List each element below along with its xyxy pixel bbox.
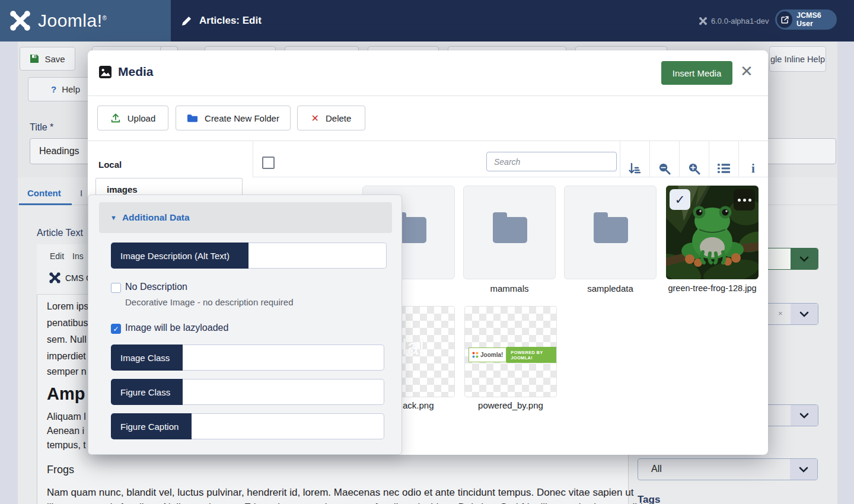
image-class-label: Image Class: [111, 344, 183, 371]
close-icon[interactable]: ✕: [740, 63, 753, 79]
sort-amount-icon: [628, 162, 641, 174]
title-value: Headings: [39, 146, 79, 157]
info-toggle-button[interactable]: i: [745, 161, 761, 176]
folder-name: mammals: [463, 283, 556, 294]
tree-item-images[interactable]: images: [96, 178, 242, 194]
caret-down-icon: ▼: [110, 214, 117, 221]
brand-wordmark: Joomla!®: [38, 11, 107, 31]
item-actions-button[interactable]: [734, 189, 755, 210]
increase-thumbnail-button[interactable]: [686, 161, 702, 176]
editor-menu-edit[interactable]: Edit: [50, 251, 64, 261]
version-text: 6.0.0-alpha1-dev: [711, 17, 769, 25]
powered-by-badge: Joomla! POWERED BY JOOMLA!: [469, 347, 556, 363]
editor-text-line: Aliquam l: [47, 412, 86, 422]
cms-content-button[interactable]: CMS C: [49, 272, 92, 284]
no-description-label[interactable]: No Description: [125, 282, 187, 292]
create-new-folder-button[interactable]: Create New Folder: [176, 106, 291, 130]
joomla-cms-icon: [49, 272, 61, 284]
editor-heading-clipped: Amp: [47, 384, 85, 404]
tab-content[interactable]: Content: [27, 188, 61, 198]
figure-caption-input[interactable]: [192, 413, 384, 439]
upload-button[interactable]: Upload: [97, 106, 168, 130]
zoom-in-icon: [688, 162, 700, 175]
insert-media-button[interactable]: Insert Media: [661, 61, 732, 85]
additional-data-toggle[interactable]: ▼ Additional Data: [99, 202, 392, 233]
decrease-thumbnail-button[interactable]: [657, 161, 672, 176]
separator: [709, 141, 709, 177]
figure-caption-group: Figure Caption: [111, 413, 384, 439]
chevron-down-icon: [791, 405, 818, 426]
editor-menu-insert[interactable]: Ins: [72, 251, 84, 261]
floppy-save-icon: [30, 54, 39, 63]
modal-toolbar-divider: [88, 141, 768, 141]
toggle-inline-help-button[interactable]: gle Inline Help: [769, 46, 826, 72]
tags-label: Tags: [638, 494, 660, 504]
search-input[interactable]: [486, 152, 617, 171]
image-card-green-tree-frog[interactable]: ✓: [666, 186, 759, 279]
image-name-truncated: ack.png: [403, 400, 434, 410]
editor-text-line: tempus, t: [47, 440, 86, 451]
figure-class-group: Figure Class: [111, 379, 384, 405]
delete-x-icon: ✕: [311, 113, 319, 124]
select-value: All: [651, 464, 662, 474]
editor-text-line: imperdiet: [47, 351, 86, 362]
media-image-icon: [98, 65, 112, 79]
user-menu-button[interactable]: JCMS6 User: [775, 9, 837, 30]
image-class-input[interactable]: [183, 344, 384, 371]
top-navbar: Joomla!® Articles: Edit 6.0.0-alpha1-dev…: [0, 0, 854, 42]
editor-paragraph-clipped: libero venenatis faucibus. Nullam quis a…: [47, 502, 604, 504]
inline-help-label: gle Inline Help: [770, 55, 825, 64]
folder-name: sampledata: [564, 283, 657, 294]
separator: [620, 141, 620, 177]
alt-text-input[interactable]: [248, 243, 387, 269]
delete-button[interactable]: ✕ Delete: [297, 106, 365, 130]
joomla-brand[interactable]: Joomla!®: [0, 0, 171, 42]
no-description-checkbox[interactable]: [111, 283, 121, 293]
folder-card-sampledata[interactable]: [564, 186, 657, 279]
editor-text-line: Aenean i: [47, 426, 84, 436]
help-label: Help: [62, 84, 80, 94]
check-icon: ✓: [675, 193, 686, 207]
editor-text-line: Lorem ips: [47, 301, 88, 312]
image-name: powered_by.png: [464, 400, 557, 410]
remove-tag-icon[interactable]: ×: [778, 309, 783, 318]
delete-label: Delete: [326, 113, 351, 123]
zoom-out-icon: [658, 162, 671, 175]
no-description-help: Decorative Image - no description requir…: [125, 297, 293, 307]
selected-check-badge[interactable]: ✓: [670, 189, 690, 210]
title-field-label: Title *: [30, 122, 53, 133]
chevron-down-icon: [791, 248, 818, 269]
modal-header-divider: [88, 95, 768, 96]
upload-label: Upload: [128, 113, 156, 123]
folder-card-mammals[interactable]: [463, 186, 556, 279]
joomla-mini-logo: [472, 352, 479, 358]
separator: [679, 141, 680, 177]
figure-class-input[interactable]: [183, 379, 384, 405]
editor-paragraph: Nam quam nunc, blandit vel, luctus pulvi…: [47, 487, 604, 499]
save-button[interactable]: Save: [20, 47, 75, 71]
info-icon: i: [751, 161, 755, 176]
tab-images-clipped[interactable]: I: [80, 188, 82, 198]
folder-icon: [187, 113, 198, 123]
check-icon: ✓: [113, 325, 119, 333]
article-text-label: Article Text: [37, 228, 83, 238]
joomla-logo-icon: [8, 9, 32, 33]
create-folder-label: Create New Folder: [205, 113, 279, 123]
additional-data-title: Additional Data: [122, 212, 190, 223]
lazyload-checkbox[interactable]: ✓: [111, 324, 121, 334]
joomla-version-icon: [699, 17, 708, 25]
select-all-checkbox[interactable]: [262, 157, 275, 169]
sort-order-button[interactable]: [627, 161, 642, 176]
figure-caption-label: Figure Caption: [111, 413, 192, 439]
lazyload-label[interactable]: Image will be lazyloaded: [125, 323, 228, 333]
separator: [649, 141, 650, 177]
joomla-media-manager-screen: { "colors": { "navbar_dark": "#1e2d4f", …: [0, 0, 854, 504]
image-class-group: Image Class: [111, 344, 384, 371]
page-title: Articles: Edit: [199, 15, 262, 27]
language-select[interactable]: All: [638, 458, 818, 480]
image-card-powered-by[interactable]: Joomla! POWERED BY JOOMLA!: [464, 306, 557, 397]
left-page-edge: [0, 42, 18, 504]
alt-text-label: Image Description (Alt Text): [111, 243, 248, 269]
list-view-button[interactable]: [716, 161, 731, 176]
pencil-icon: [181, 15, 192, 27]
